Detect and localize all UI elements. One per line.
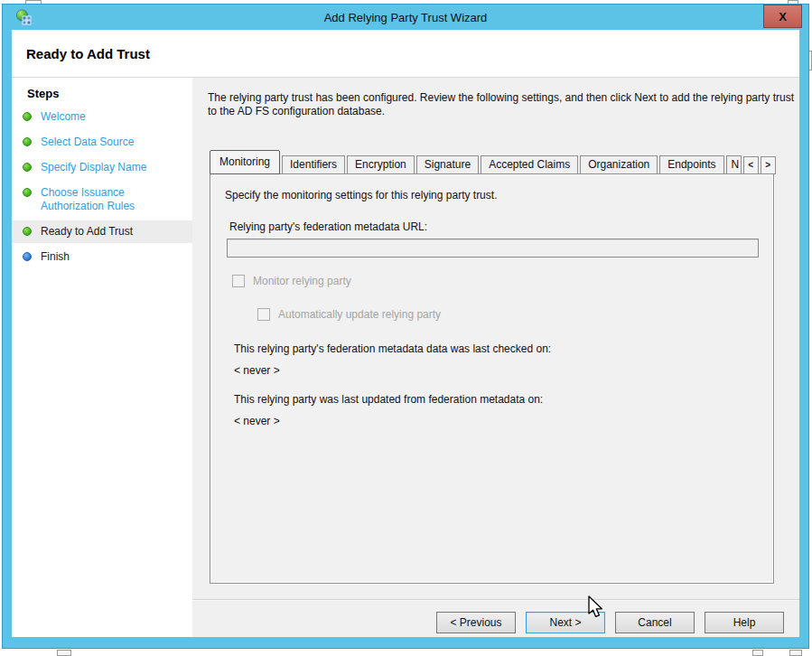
last-updated-label: This relying party was last updated from… xyxy=(234,393,543,406)
step-label: Ready to Add Trust xyxy=(41,225,133,239)
metadata-url-label: Relying party's federation metadata URL: xyxy=(229,220,427,233)
steps-heading: Steps xyxy=(12,87,192,100)
step-done-icon xyxy=(23,137,32,146)
monitoring-tab-panel: Specify the monitoring settings for this… xyxy=(210,173,774,584)
panel-instruction: Specify the monitoring settings for this… xyxy=(225,189,497,201)
tab-signature[interactable]: Signature xyxy=(416,155,479,174)
cancel-button[interactable]: Cancel xyxy=(615,612,695,633)
step-label: Specify Display Name xyxy=(41,161,146,174)
monitor-relying-party-checkbox[interactable]: Monitor relying party xyxy=(232,275,351,287)
tab-encryption[interactable]: Encryption xyxy=(347,155,415,174)
footer-divider xyxy=(192,599,799,601)
window-title: Add Relying Party Trust Wizard xyxy=(3,11,808,24)
help-button[interactable]: Help xyxy=(705,612,784,633)
metadata-url-input[interactable] xyxy=(227,239,759,258)
next-button[interactable]: Next > xyxy=(526,612,605,633)
tab-identifiers[interactable]: Identifiers xyxy=(282,155,345,174)
step-label: Welcome xyxy=(41,110,86,124)
tab-accepted-claims[interactable]: Accepted Claims xyxy=(481,155,578,174)
last-checked-value: < never > xyxy=(234,364,280,377)
adfs-icon xyxy=(15,9,32,25)
background-window-fragment xyxy=(752,650,763,656)
tab-endpoints[interactable]: Endpoints xyxy=(659,155,723,174)
client-area: Ready to Add Trust Steps Welcome Select … xyxy=(12,30,799,637)
steps-sidebar: Steps Welcome Select Data Source Specify… xyxy=(12,78,192,637)
step-upcoming-icon xyxy=(23,252,32,261)
background-window-fragment xyxy=(57,650,71,656)
close-button[interactable]: X xyxy=(763,5,802,28)
wizard-window: Add Relying Party Trust Wizard X Ready t… xyxy=(2,4,809,649)
step-item-welcome[interactable]: Welcome xyxy=(12,106,192,128)
step-done-icon xyxy=(23,227,32,236)
checkbox-icon xyxy=(257,308,270,321)
step-item-select-data-source[interactable]: Select Data Source xyxy=(12,131,192,154)
tab-strip: Monitoring Identifiers Encryption Signat… xyxy=(210,150,776,174)
tab-scroll-left-button[interactable]: < xyxy=(743,156,759,174)
page-title: Ready to Add Trust xyxy=(12,46,150,61)
tab-notes-truncated[interactable]: N xyxy=(726,155,742,174)
intro-text: The relying party trust has been configu… xyxy=(208,91,795,118)
main-content: The relying party trust has been configu… xyxy=(192,78,799,637)
background-window-fragment xyxy=(789,650,802,656)
last-checked-label: This relying party's federation metadata… xyxy=(234,342,551,355)
last-updated-value: < never > xyxy=(234,415,280,427)
auto-update-relying-party-checkbox[interactable]: Automatically update relying party xyxy=(257,308,441,321)
previous-button[interactable]: < Previous xyxy=(436,612,516,633)
step-label: Choose Issuance Authorization Rules xyxy=(41,186,176,213)
step-item-choose-issuance-authorization-rules[interactable]: Choose Issuance Authorization Rules xyxy=(12,182,192,218)
checkbox-label: Automatically update relying party xyxy=(278,308,441,321)
step-item-finish: Finish xyxy=(12,246,192,268)
page-header: Ready to Add Trust xyxy=(12,30,799,78)
tab-organization[interactable]: Organization xyxy=(580,155,658,174)
step-label: Finish xyxy=(41,250,70,264)
step-done-icon xyxy=(23,188,32,197)
step-label: Select Data Source xyxy=(41,136,134,149)
step-item-ready-to-add-trust: Ready to Add Trust xyxy=(12,220,192,243)
tab-monitoring[interactable]: Monitoring xyxy=(210,150,280,174)
step-item-specify-display-name[interactable]: Specify Display Name xyxy=(12,156,192,179)
title-bar: Add Relying Party Trust Wizard X xyxy=(3,5,808,30)
step-done-icon xyxy=(23,163,32,172)
checkbox-icon xyxy=(232,275,245,287)
step-done-icon xyxy=(23,112,32,121)
tab-scroll-right-button[interactable]: > xyxy=(761,156,776,174)
button-row: < Previous Next > Cancel Help xyxy=(436,612,784,633)
checkbox-label: Monitor relying party xyxy=(253,275,351,287)
